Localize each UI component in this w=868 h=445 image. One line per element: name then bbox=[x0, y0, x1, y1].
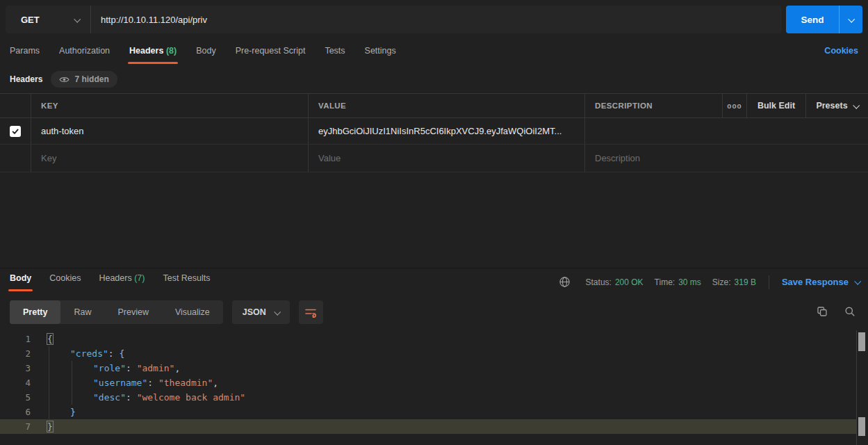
copy-icon bbox=[817, 306, 828, 317]
headers-subheader: Headers 7 hidden bbox=[10, 70, 117, 89]
header-description-cell[interactable] bbox=[585, 118, 868, 144]
headers-title: Headers bbox=[10, 74, 42, 84]
hidden-count-label: 7 hidden bbox=[74, 74, 108, 84]
column-header-key: KEY bbox=[31, 94, 309, 118]
response-tab-test-results[interactable]: Test Results bbox=[163, 269, 210, 291]
code-line: 1 { bbox=[0, 332, 856, 346]
network-info-button[interactable] bbox=[559, 276, 571, 288]
tab-params[interactable]: Params bbox=[10, 42, 40, 64]
scrollbar-thumb[interactable] bbox=[858, 417, 865, 436]
method-selector[interactable]: GET bbox=[6, 6, 90, 33]
response-meta: Status: 200 OK Time: 30 ms Size: 319 B S… bbox=[559, 269, 860, 295]
line-number: 1 bbox=[0, 334, 31, 344]
format-selector[interactable]: JSON bbox=[232, 300, 290, 324]
view-tab-raw[interactable]: Raw bbox=[60, 300, 104, 324]
send-options-button[interactable] bbox=[840, 6, 862, 33]
scrollbar-thumb[interactable] bbox=[858, 332, 865, 351]
eye-icon bbox=[59, 76, 69, 83]
time-indicator: Time: 30 ms bbox=[655, 277, 701, 287]
request-tabs: Params Authorization Headers (8) Body Pr… bbox=[10, 42, 858, 65]
line-number: 5 bbox=[0, 392, 31, 403]
line-number: 6 bbox=[0, 407, 31, 417]
code-line: 4 "username": "theadmin", bbox=[0, 375, 856, 390]
new-value-input[interactable]: Value bbox=[309, 145, 585, 172]
code-line: 5 "desc": "welcome back admin" bbox=[0, 390, 856, 405]
globe-icon bbox=[559, 276, 571, 288]
hidden-headers-toggle[interactable]: 7 hidden bbox=[51, 71, 117, 88]
bulk-edit-button[interactable]: Bulk Edit bbox=[747, 94, 806, 118]
header-value-cell[interactable]: eyJhbGciOiJIUzI1NiIsInR5cCI6IkpXVCJ9.eyJ… bbox=[309, 118, 585, 144]
search-button[interactable] bbox=[844, 306, 855, 317]
code-line-highlighted: 7 } bbox=[0, 419, 856, 434]
tab-authorization[interactable]: Authorization bbox=[59, 42, 110, 64]
code-line: 3 "role": "admin", bbox=[0, 361, 856, 375]
chevron-down-icon bbox=[853, 102, 860, 108]
new-description-input[interactable]: Description bbox=[585, 145, 868, 172]
postman-window: GET http://10.10.11.120/api/priv Send Pa… bbox=[0, 0, 868, 445]
view-tab-preview[interactable]: Preview bbox=[104, 300, 161, 324]
column-header-description: DESCRIPTION bbox=[585, 94, 723, 118]
chevron-down-icon bbox=[854, 278, 861, 285]
tab-body[interactable]: Body bbox=[196, 42, 216, 64]
code-line: 2 "creds": { bbox=[0, 346, 856, 361]
chevron-down-icon bbox=[74, 15, 81, 22]
divider bbox=[769, 275, 769, 289]
tab-settings[interactable]: Settings bbox=[365, 42, 396, 64]
status-badge: 200 OK bbox=[615, 277, 644, 287]
line-number: 3 bbox=[0, 363, 31, 373]
scrollbar-track[interactable] bbox=[856, 330, 857, 445]
save-response-button[interactable]: Save Response bbox=[782, 277, 860, 287]
row-checkbox-cell bbox=[0, 145, 31, 172]
section-divider bbox=[0, 268, 868, 268]
headers-table: KEY VALUE DESCRIPTION ooo Bulk Edit Pres… bbox=[0, 93, 868, 172]
response-view-bar: Pretty Raw Preview Visualize JSON bbox=[10, 300, 323, 324]
view-mode-tabs: Pretty Raw Preview Visualize bbox=[10, 300, 223, 324]
more-options-button[interactable]: ooo bbox=[723, 94, 747, 118]
tab-tests[interactable]: Tests bbox=[325, 42, 345, 64]
cookies-link[interactable]: Cookies bbox=[824, 42, 858, 56]
response-headers-count-badge: (7) bbox=[134, 273, 145, 283]
headers-count-badge: (8) bbox=[166, 46, 177, 56]
row-checkbox-cell bbox=[0, 118, 31, 144]
response-tab-headers[interactable]: Headers (7) bbox=[99, 269, 145, 291]
view-tab-visualize[interactable]: Visualize bbox=[162, 300, 223, 324]
response-tab-body[interactable]: Body bbox=[10, 269, 31, 291]
view-tab-pretty[interactable]: Pretty bbox=[10, 300, 60, 324]
tab-headers[interactable]: Headers (8) bbox=[129, 42, 177, 64]
status-indicator: Status: 200 OK bbox=[586, 277, 644, 287]
size-badge: 319 B bbox=[735, 277, 756, 287]
copy-button[interactable] bbox=[817, 306, 828, 317]
wrap-text-button[interactable] bbox=[299, 300, 323, 324]
row-checkbox-checked[interactable] bbox=[10, 126, 21, 137]
method-label: GET bbox=[21, 15, 40, 25]
column-header-value: VALUE bbox=[309, 94, 585, 118]
request-url-bar: GET http://10.10.11.120/api/priv bbox=[6, 6, 782, 33]
response-tab-cookies[interactable]: Cookies bbox=[49, 269, 81, 291]
send-button[interactable]: Send bbox=[786, 6, 839, 33]
table-row: auth-token eyJhbGciOiJIUzI1NiIsInR5cCI6I… bbox=[0, 118, 868, 145]
line-number: 7 bbox=[0, 421, 31, 432]
size-indicator: Size: 319 B bbox=[712, 277, 756, 287]
send-button-group: Send bbox=[786, 6, 862, 33]
more-options-icon: ooo bbox=[727, 102, 742, 110]
line-number: 2 bbox=[0, 348, 31, 359]
table-row-new: Key Value Description bbox=[0, 145, 868, 172]
header-key-cell[interactable]: auth-token bbox=[31, 118, 309, 144]
response-actions bbox=[817, 306, 855, 317]
response-tabs: Body Cookies Headers (7) Test Results bbox=[10, 269, 211, 295]
new-key-input[interactable]: Key bbox=[31, 145, 309, 172]
tab-pre-request-script[interactable]: Pre-request Script bbox=[236, 42, 306, 64]
url-input[interactable]: http://10.10.11.120/api/priv bbox=[91, 6, 782, 33]
url-text: http://10.10.11.120/api/priv bbox=[101, 15, 207, 25]
presets-dropdown[interactable]: Presets bbox=[806, 94, 868, 118]
select-all-cell bbox=[0, 94, 31, 118]
wrap-text-icon bbox=[304, 307, 318, 318]
code-line: 6 } bbox=[0, 405, 856, 419]
check-icon bbox=[11, 127, 19, 136]
format-label: JSON bbox=[243, 307, 266, 317]
chevron-down-icon bbox=[848, 15, 855, 22]
time-badge: 30 ms bbox=[678, 277, 701, 287]
table-header-row: KEY VALUE DESCRIPTION ooo Bulk Edit Pres… bbox=[0, 93, 868, 118]
chevron-down-icon bbox=[274, 308, 281, 315]
search-icon bbox=[844, 306, 855, 317]
